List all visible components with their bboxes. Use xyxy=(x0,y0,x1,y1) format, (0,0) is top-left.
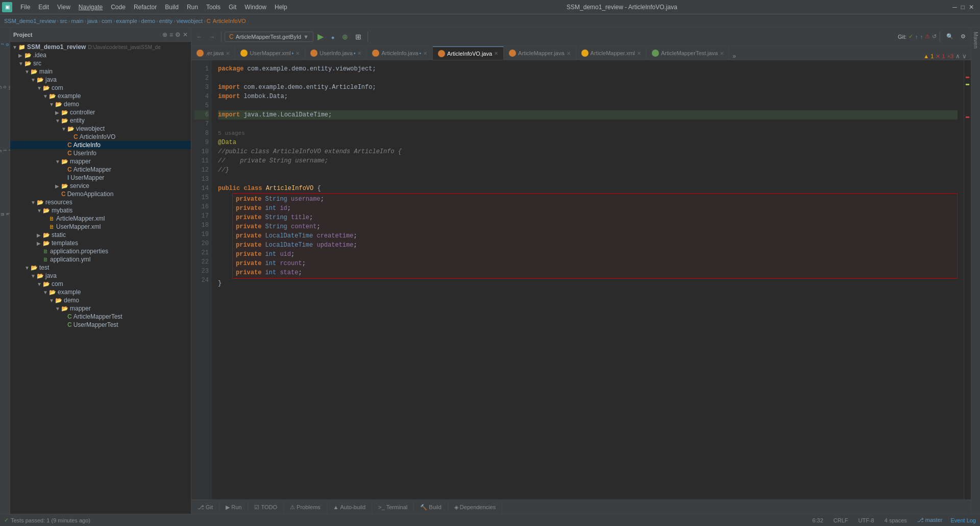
btab-auto-build[interactable]: ▲ Auto-build xyxy=(327,500,373,514)
statusbar-position[interactable]: 6:32 xyxy=(810,517,825,523)
menu-build[interactable]: Build xyxy=(161,3,183,12)
statusbar-encoding[interactable]: UTF-8 xyxy=(856,517,876,523)
tab-articlemapper-java[interactable]: ArticleMapper.java ✕ xyxy=(504,46,576,60)
forward-button[interactable]: → xyxy=(206,32,218,41)
breadcrumb-main[interactable]: main xyxy=(71,18,84,24)
warnings-collapse[interactable]: ∨ xyxy=(962,53,967,60)
back-button[interactable]: ← xyxy=(193,32,205,41)
tree-article-info[interactable]: C ArticleInfo xyxy=(10,141,191,149)
tree-user-info[interactable]: C UserInfo xyxy=(10,149,191,157)
breadcrumb-src[interactable]: src xyxy=(60,18,67,24)
tab-close-articleinfo[interactable]: ✕ xyxy=(423,51,427,56)
tab-userinfo-java[interactable]: UserInfo.java • ✕ xyxy=(305,46,367,60)
tree-service[interactable]: ▶ 📂 service xyxy=(10,182,191,190)
tree-article-mapper-test[interactable]: C ArticleMapperTest xyxy=(10,313,191,321)
tabs-overflow-button[interactable]: » xyxy=(729,53,739,60)
commit-icon[interactable]: Com xyxy=(1,73,10,103)
structure-icon[interactable]: Str xyxy=(1,136,10,166)
search-button[interactable]: 🔍 xyxy=(943,32,957,41)
tab-close-articlemappertest[interactable]: ✕ xyxy=(720,51,724,56)
btab-run[interactable]: ▶ Run xyxy=(219,500,248,514)
project-sync-icon[interactable]: ⊕ xyxy=(162,31,167,38)
tab-usermapper-xml[interactable]: UserMapper.xml • ✕ xyxy=(235,46,305,60)
tree-application-yml[interactable]: 🗎 application.yml xyxy=(10,255,191,264)
breadcrumb-project[interactable]: SSM_demo1_review xyxy=(4,18,56,24)
tree-example-test[interactable]: ▼ 📂 example xyxy=(10,288,191,296)
tab-articleinfo-java[interactable]: ArticleInfo.java • ✕ xyxy=(367,46,433,60)
minimize-button[interactable]: ─ xyxy=(952,4,957,11)
tab-er-java[interactable]: .er.java ✕ xyxy=(191,46,235,60)
tree-user-mapper-test[interactable]: C UserMapperTest xyxy=(10,321,191,329)
maven-panel[interactable]: Maven xyxy=(971,28,980,514)
maven-label[interactable]: Maven xyxy=(973,32,979,49)
git-warn-icon[interactable]: ⚠ xyxy=(925,33,930,40)
tab-close-articlemapper-xml[interactable]: ✕ xyxy=(637,51,641,56)
tab-close-usermapper[interactable]: ✕ xyxy=(296,51,300,56)
statusbar-indent[interactable]: 4 spaces xyxy=(883,517,909,523)
tree-com[interactable]: ▼ 📂 com xyxy=(10,84,191,92)
tree-resources[interactable]: ▼ 📂 resources xyxy=(10,198,191,206)
tree-demo-application[interactable]: C DemoApplication xyxy=(10,190,191,198)
git-up-icon[interactable]: ↑ xyxy=(915,34,918,40)
tree-java[interactable]: ▼ 📂 java xyxy=(10,76,191,84)
tree-viewobject[interactable]: ▼ 📂 viewobject xyxy=(10,125,191,133)
tree-demo[interactable]: ▼ 📂 demo xyxy=(10,100,191,108)
btab-build[interactable]: 🔨 Build xyxy=(414,500,448,514)
tree-com-test[interactable]: ▼ 📂 com xyxy=(10,280,191,288)
project-settings-icon[interactable]: ⚙ xyxy=(175,31,181,38)
menu-file[interactable]: File xyxy=(16,3,34,12)
menu-window[interactable]: Window xyxy=(240,3,271,12)
tree-static[interactable]: ▶ 📂 static xyxy=(10,231,191,239)
btab-problems[interactable]: ⚠ Problems xyxy=(284,500,327,514)
tree-mapper-test[interactable]: ▼ 📂 mapper xyxy=(10,304,191,313)
tree-demo-test[interactable]: ▼ 📂 demo xyxy=(10,296,191,304)
breadcrumb-entity[interactable]: entity xyxy=(159,18,173,24)
menu-code[interactable]: Code xyxy=(107,3,130,12)
tree-mybatis[interactable]: ▼ 📂 mybatis xyxy=(10,206,191,214)
project-collapse-icon[interactable]: ≡ xyxy=(169,31,173,38)
tree-root[interactable]: ▼ 📁 SSM_demo1_review D:\Java\code\test_j… xyxy=(10,43,191,51)
tab-close-er[interactable]: ✕ xyxy=(226,51,230,56)
breadcrumb-com[interactable]: com xyxy=(102,18,112,24)
breadcrumb-demo[interactable]: demo xyxy=(141,18,156,24)
tree-idea[interactable]: ▶ 📂 .idea xyxy=(10,51,191,59)
menu-view[interactable]: View xyxy=(53,3,75,12)
tree-user-mapper-xml[interactable]: 🗎 UserMapper.xml xyxy=(10,223,191,231)
tree-java-test[interactable]: ▼ 📂 java xyxy=(10,272,191,280)
code-content[interactable]: package com.example.demo.entity.viewobje… xyxy=(212,60,964,499)
tree-entity[interactable]: ▼ 📂 entity xyxy=(10,116,191,125)
statusbar-event-log[interactable]: Event Log xyxy=(950,517,976,523)
menu-git[interactable]: Git xyxy=(225,3,240,12)
tree-article-mapper-xml[interactable]: 🗎 ArticleMapper.xml xyxy=(10,214,191,223)
bookmarks-icon[interactable]: Bk xyxy=(1,199,10,230)
tree-templates[interactable]: ▶ 📂 templates xyxy=(10,239,191,247)
tree-user-mapper[interactable]: I UserMapper xyxy=(10,174,191,182)
tree-src[interactable]: ▼ 📂 src xyxy=(10,59,191,67)
breadcrumb-java[interactable]: java xyxy=(87,18,97,24)
tab-articleinfovo-java[interactable]: ArticleInfoVO.java ✕ xyxy=(433,46,504,60)
tab-articlemapper-xml[interactable]: ArticleMapper.xml ✕ xyxy=(576,46,647,60)
tree-application-properties[interactable]: 🗎 application.properties xyxy=(10,247,191,255)
btab-git[interactable]: ⎇ Git xyxy=(191,500,219,514)
run-button[interactable]: ▶ xyxy=(314,30,327,43)
tab-close-userinfo[interactable]: ✕ xyxy=(357,51,361,56)
tree-article-mapper[interactable]: C ArticleMapper xyxy=(10,165,191,174)
close-button[interactable]: ✕ xyxy=(969,4,974,11)
project-icon[interactable]: Proj xyxy=(1,30,10,60)
menu-refactor[interactable]: Refactor xyxy=(130,3,161,12)
git-push-icon[interactable]: ↑ xyxy=(920,34,923,40)
tree-controller[interactable]: ▶ 📂 controller xyxy=(10,108,191,116)
debug-button[interactable]: ⬥ xyxy=(328,31,338,42)
profile-button[interactable]: ⊞ xyxy=(352,31,364,42)
menu-navigate[interactable]: Navigate xyxy=(75,3,107,12)
tree-article-info-vo[interactable]: C ArticleInfoVO xyxy=(10,133,191,141)
tree-test[interactable]: ▼ 📂 test xyxy=(10,264,191,272)
maximize-button[interactable]: □ xyxy=(961,4,965,11)
tree-main[interactable]: ▼ 📂 main xyxy=(10,67,191,76)
btab-terminal[interactable]: >_ Terminal xyxy=(372,500,414,514)
run-configuration[interactable]: C ArticleMapperTest.getById ▼ xyxy=(225,32,313,42)
menu-run[interactable]: Run xyxy=(183,3,202,12)
breadcrumb-example[interactable]: example xyxy=(116,18,137,24)
statusbar-branch[interactable]: ⎇ master xyxy=(915,517,945,523)
menu-edit[interactable]: Edit xyxy=(34,3,53,12)
